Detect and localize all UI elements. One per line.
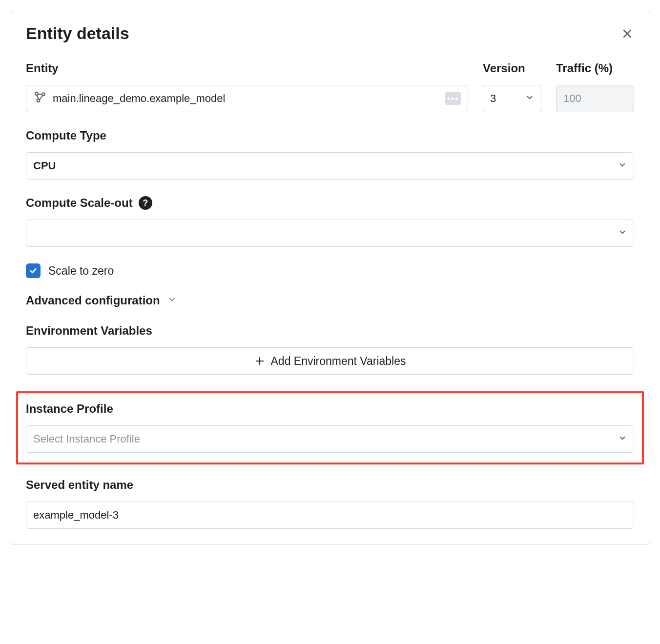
compute-scaleout-label-row: Compute Scale-out ? xyxy=(26,196,634,210)
version-select[interactable]: 3 xyxy=(483,85,541,112)
traffic-input: 100 xyxy=(556,85,634,112)
compute-type-section: Compute Type CPU xyxy=(26,129,634,180)
instance-profile-placeholder: Select Instance Profile xyxy=(33,433,612,445)
entity-label: Entity xyxy=(26,61,468,75)
traffic-value: 100 xyxy=(563,92,627,105)
instance-profile-label: Instance Profile xyxy=(26,402,634,416)
served-entity-name-value: example_model-3 xyxy=(33,509,627,522)
chevron-down-icon xyxy=(525,92,534,105)
compute-scaleout-select[interactable] xyxy=(26,220,634,247)
compute-scaleout-section: Compute Scale-out ? xyxy=(26,196,634,247)
traffic-field-group: Traffic (%) 100 xyxy=(556,61,634,112)
compute-type-select[interactable]: CPU xyxy=(26,152,634,180)
compute-type-value: CPU xyxy=(33,160,612,172)
chevron-down-icon xyxy=(618,433,627,445)
svg-line-7 xyxy=(40,96,42,100)
version-value: 3 xyxy=(490,92,519,105)
check-icon xyxy=(29,266,38,275)
add-env-var-button[interactable]: Add Environment Variables xyxy=(26,347,634,375)
entity-details-panel: Entity details Entity main.lineage_demo.… xyxy=(10,10,650,545)
ellipsis-icon: ••• xyxy=(445,92,461,105)
svg-line-6 xyxy=(37,95,38,99)
served-entity-name-label: Served entity name xyxy=(26,478,634,492)
instance-profile-select[interactable]: Select Instance Profile xyxy=(26,425,634,453)
advanced-config-toggle[interactable]: Advanced configuration xyxy=(26,294,634,307)
svg-point-2 xyxy=(35,92,38,95)
panel-title: Entity details xyxy=(26,24,129,43)
entity-value: main.lineage_demo.example_model xyxy=(53,92,439,105)
chevron-down-icon xyxy=(618,160,627,172)
advanced-config-label: Advanced configuration xyxy=(26,294,160,307)
entity-input[interactable]: main.lineage_demo.example_model ••• xyxy=(26,85,468,112)
scale-to-zero-checkbox[interactable] xyxy=(26,263,41,278)
entity-field-group: Entity main.lineage_demo.example_model •… xyxy=(26,61,468,112)
svg-point-3 xyxy=(42,93,45,96)
plus-icon xyxy=(254,356,265,366)
env-vars-label: Environment Variables xyxy=(26,324,634,338)
chevron-down-icon xyxy=(167,295,177,306)
compute-scaleout-label: Compute Scale-out xyxy=(26,196,133,210)
traffic-label: Traffic (%) xyxy=(556,61,634,75)
served-entity-name-section: Served entity name example_model-3 xyxy=(26,478,634,529)
scale-to-zero-label: Scale to zero xyxy=(48,264,114,278)
chevron-down-icon xyxy=(618,227,627,240)
entity-version-traffic-row: Entity main.lineage_demo.example_model •… xyxy=(26,61,634,112)
env-vars-section: Environment Variables Add Environment Va… xyxy=(26,324,634,375)
served-entity-name-input[interactable]: example_model-3 xyxy=(26,502,634,529)
scale-to-zero-row: Scale to zero xyxy=(26,263,634,278)
close-button[interactable] xyxy=(620,27,634,40)
help-icon[interactable]: ? xyxy=(139,196,152,210)
compute-type-label: Compute Type xyxy=(26,129,634,142)
add-env-var-label: Add Environment Variables xyxy=(271,355,406,368)
panel-header: Entity details xyxy=(26,24,634,43)
version-field-group: Version 3 xyxy=(483,61,541,112)
instance-profile-section: Instance Profile Select Instance Profile xyxy=(26,402,634,453)
close-icon xyxy=(621,28,633,40)
instance-profile-highlight: Instance Profile Select Instance Profile xyxy=(16,391,644,464)
version-label: Version xyxy=(483,61,541,75)
graph-icon xyxy=(33,90,47,107)
